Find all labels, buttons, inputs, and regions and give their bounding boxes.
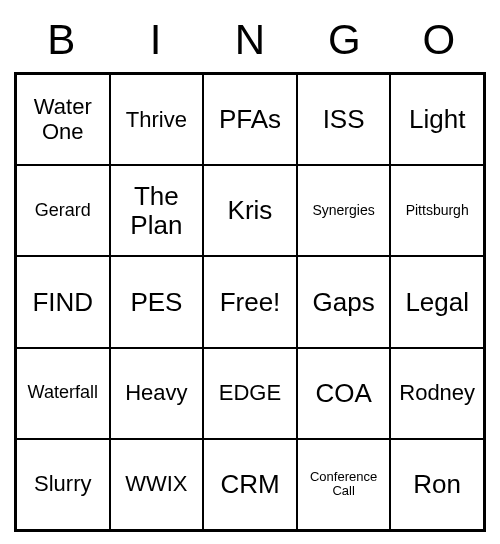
bingo-cell[interactable]: Slurry [16,439,110,530]
header-i: I [108,10,202,70]
bingo-cell[interactable]: Thrive [110,74,204,165]
bingo-cell[interactable]: Kris [203,165,297,256]
bingo-cell[interactable]: Waterfall [16,348,110,439]
bingo-cell[interactable]: EDGE [203,348,297,439]
header-n: N [203,10,297,70]
bingo-cell[interactable]: PES [110,256,204,347]
bingo-cell[interactable]: ISS [297,74,391,165]
bingo-cell[interactable]: Legal [390,256,484,347]
bingo-cell[interactable]: COA [297,348,391,439]
header-g: G [297,10,391,70]
bingo-cell[interactable]: Conference Call [297,439,391,530]
bingo-header: B I N G O [14,10,486,70]
bingo-cell[interactable]: Ron [390,439,484,530]
bingo-cell[interactable]: Rodney [390,348,484,439]
bingo-cell[interactable]: The Plan [110,165,204,256]
bingo-cell-free[interactable]: Free! [203,256,297,347]
bingo-cell[interactable]: Gerard [16,165,110,256]
bingo-cell[interactable]: PFAs [203,74,297,165]
bingo-cell[interactable]: Light [390,74,484,165]
bingo-cell[interactable]: Pittsburgh [390,165,484,256]
bingo-grid: Water One Thrive PFAs ISS Light Gerard T… [14,72,486,532]
bingo-cell[interactable]: Water One [16,74,110,165]
header-o: O [392,10,486,70]
bingo-cell[interactable]: WWIX [110,439,204,530]
bingo-cell[interactable]: Heavy [110,348,204,439]
bingo-cell[interactable]: FIND [16,256,110,347]
bingo-cell[interactable]: Synergies [297,165,391,256]
bingo-cell[interactable]: CRM [203,439,297,530]
bingo-cell[interactable]: Gaps [297,256,391,347]
header-b: B [14,10,108,70]
